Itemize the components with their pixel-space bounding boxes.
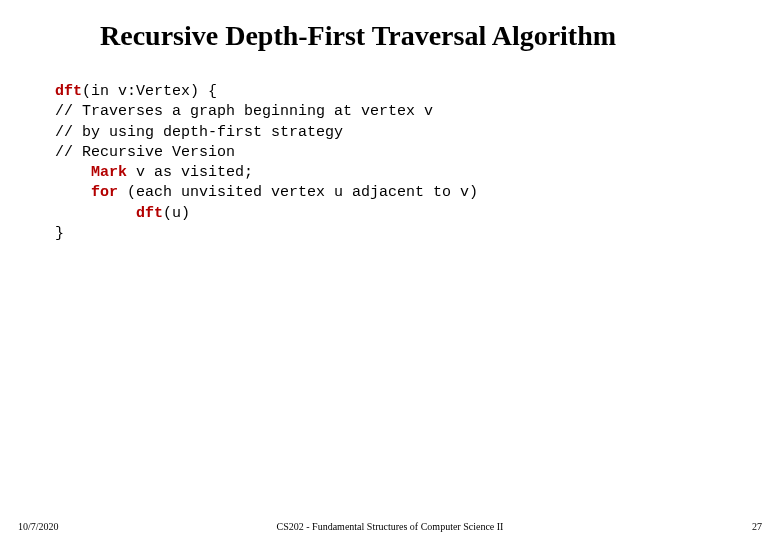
code-text: (in v:Vertex) { bbox=[82, 83, 217, 100]
keyword-dft: dft bbox=[55, 83, 82, 100]
indent bbox=[55, 205, 136, 222]
slide-title: Recursive Depth-First Traversal Algorith… bbox=[0, 0, 780, 52]
keyword-mark: Mark bbox=[91, 164, 127, 181]
code-line-2: // Traverses a graph beginning at vertex… bbox=[55, 102, 780, 122]
code-line-5: Mark v as visited; bbox=[55, 163, 780, 183]
code-line-4: // Recursive Version bbox=[55, 143, 780, 163]
code-text: (each unvisited vertex u adjacent to v) bbox=[118, 184, 478, 201]
code-line-3: // by using depth-first strategy bbox=[55, 123, 780, 143]
code-text: (u) bbox=[163, 205, 190, 222]
keyword-dft-call: dft bbox=[136, 205, 163, 222]
code-line-8: } bbox=[55, 224, 780, 244]
footer-course: CS202 - Fundamental Structures of Comput… bbox=[277, 521, 504, 532]
code-text: v as visited; bbox=[127, 164, 253, 181]
code-line-7: dft(u) bbox=[55, 204, 780, 224]
algorithm-code: dft(in v:Vertex) { // Traverses a graph … bbox=[55, 82, 780, 244]
indent bbox=[55, 164, 91, 181]
footer-date: 10/7/2020 bbox=[18, 521, 59, 532]
code-line-6: for (each unvisited vertex u adjacent to… bbox=[55, 183, 780, 203]
indent bbox=[55, 184, 91, 201]
footer-page-number: 27 bbox=[752, 521, 762, 532]
code-line-1: dft(in v:Vertex) { bbox=[55, 82, 780, 102]
keyword-for: for bbox=[91, 184, 118, 201]
